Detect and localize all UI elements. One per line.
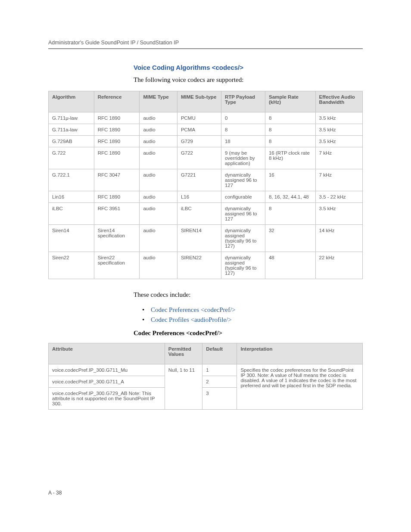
table-cell: 7 kHz [315,169,362,191]
codec-pref-link[interactable]: Codec Preferences <codecPref/> [151,306,236,313]
table-cell: SIREN14 [177,225,221,252]
table-cell: 3.5 kHz [315,136,362,147]
col-sample-rate: Sample Rate (kHz) [265,91,315,112]
table-cell: G.729AB [49,136,94,147]
cell-attr: voice.codecPref.IP_300.G729_AB Note: Thi… [49,387,165,409]
table-cell: 8, 16, 32, 44.1, 48 [265,191,315,203]
cell-interp: Specifies the codec preferences for the … [237,364,363,409]
table-cell: audio [140,147,177,169]
table-cell: audio [140,203,177,225]
table-cell: 8 [265,203,315,225]
cell-default: 2 [202,376,237,387]
table-cell: Siren22 specification [94,252,140,279]
table-cell: audio [140,191,177,203]
codec-profile-link[interactable]: Codec Profiles <audioProfile/> [151,316,232,323]
table-cell: audio [140,225,177,252]
table-row: G.729ABRFC 1890audioG7291883.5 kHz [49,136,363,147]
table-cell: 7 kHz [315,147,362,169]
table-row: Siren14Siren14 specificationaudioSIREN14… [49,225,363,252]
table-cell: audio [140,124,177,136]
table-cell: dynamically assigned 96 to 127 [221,169,265,191]
table-row: G.711a-lawRFC 1890audioPCMA883.5 kHz [49,124,363,136]
table-cell: RFC 1890 [94,147,140,169]
col-interpretation: Interpretation [237,343,363,364]
table-cell: 8 [221,124,265,136]
table-cell: iLBC [49,203,94,225]
table-cell: 3.5 - 22 kHz [315,191,362,203]
table-cell: dynamically assigned 96 to 127 [221,203,265,225]
table-cell: 3.5 kHz [315,124,362,136]
table-cell: SIREN22 [177,252,221,279]
link-list: Codec Preferences <codecPref/> Codec Pro… [142,306,363,324]
table-cell: RFC 1890 [94,124,140,136]
table-cell: 8 [265,136,315,147]
table-row: Siren22Siren22 specificationaudioSIREN22… [49,252,363,279]
table-cell: L16 [177,191,221,203]
table-cell: 3.5 kHz [315,112,362,124]
table-cell: 16 (RTP clock rate 8 kHz) [265,147,315,169]
table-cell: G.711a-law [49,124,94,136]
codec-pref-table: Attribute Permitted Values Default Inter… [48,343,363,410]
table-cell: G722 [177,147,221,169]
table-cell: G.722 [49,147,94,169]
table-cell: 48 [265,252,315,279]
table-row: G.722RFC 1890audioG7229 (may be overridd… [49,147,363,169]
table-cell: 32 [265,225,315,252]
table-cell: RFC 3951 [94,203,140,225]
table-row: G.711μ-lawRFC 1890audioPCMU083.5 kHz [49,112,363,124]
cell-attr: voice.codecPref.IP_300.G711_A [49,376,165,387]
table-cell: 8 [265,112,315,124]
col-mime-type: MIME Type [140,91,177,112]
col-default: Default [202,343,237,364]
table-cell: Lin16 [49,191,94,203]
col-reference: Reference [94,91,140,112]
intro-paragraph: The following voice codecs are supported… [134,75,363,84]
cell-attr: voice.codecPref.IP_300.G711_Mu [49,364,165,376]
table-cell: audio [140,169,177,191]
table-row: Lin16RFC 1890audioL16configurable8, 16, … [49,191,363,203]
cell-default: 1 [202,364,237,376]
table-cell: 18 [221,136,265,147]
table-cell: dynamically assigned (typically 96 to 12… [221,252,265,279]
table-cell: Siren14 [49,225,94,252]
col-rtp-payload: RTP Payload Type [221,91,265,112]
table-cell: Siren14 specification [94,225,140,252]
table-cell: G729 [177,136,221,147]
cell-permitted: Null, 1 to 11 [165,364,202,409]
table-row: G.722.1RFC 3047audioG7221dynamically ass… [49,169,363,191]
table-cell: RFC 1890 [94,191,140,203]
col-permitted: Permitted Values [165,343,202,364]
table-cell: 9 (may be overridden by application) [221,147,265,169]
table-cell: iLBC [177,203,221,225]
table-cell: RFC 1890 [94,112,140,124]
table-cell: 16 [265,169,315,191]
table-cell: 3.5 kHz [315,203,362,225]
table-header-row: Attribute Permitted Values Default Inter… [49,343,363,364]
col-bandwidth: Effective Audio Bandwidth [315,91,362,112]
col-attribute: Attribute [49,343,165,364]
table-cell: RFC 1890 [94,136,140,147]
table-cell: 14 kHz [315,225,362,252]
table-cell: RFC 3047 [94,169,140,191]
table-cell: audio [140,136,177,147]
list-item: Codec Preferences <codecPref/> [142,306,363,314]
page-number: A - 38 [48,490,62,496]
table-cell: dynamically assigned (typically 96 to 12… [221,225,265,252]
table-cell: 0 [221,112,265,124]
section-title: Voice Coding Algorithms <codecs/> [134,64,363,71]
cell-default: 3 [202,387,237,409]
codec-pref-heading: Codec Preferences <codecPref/> [134,330,363,337]
these-include-text: These codecs include: [134,290,363,299]
table-cell: 22 kHz [315,252,362,279]
col-mime-subtype: MIME Sub-type [177,91,221,112]
table-cell: Siren22 [49,252,94,279]
table-cell: G7221 [177,169,221,191]
col-algorithm: Algorithm [49,91,94,112]
table-cell: audio [140,112,177,124]
running-header: Administrator's Guide SoundPoint IP / So… [48,40,363,49]
table-cell: PCMA [177,124,221,136]
codec-support-table: Algorithm Reference MIME Type MIME Sub-t… [48,91,363,279]
table-row: voice.codecPref.IP_300.G711_Mu Null, 1 t… [49,364,363,376]
table-cell: G.711μ-law [49,112,94,124]
table-cell: PCMU [177,112,221,124]
